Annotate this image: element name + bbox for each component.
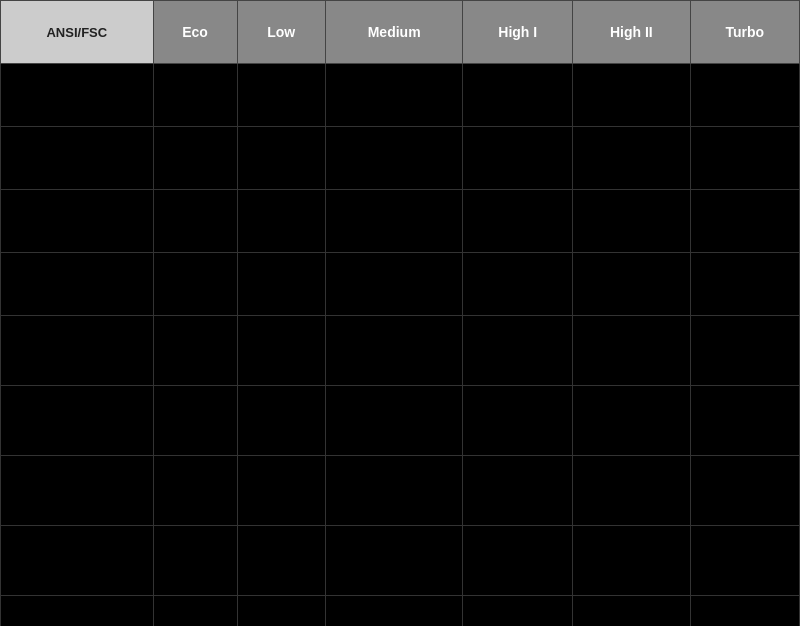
cell (237, 526, 325, 596)
cell (463, 316, 573, 386)
cell (690, 253, 799, 316)
cell (1, 596, 154, 627)
cell (463, 526, 573, 596)
cell (1, 64, 154, 127)
cell (463, 596, 573, 627)
cell (237, 316, 325, 386)
cell (325, 190, 462, 253)
cell (237, 127, 325, 190)
table-row (1, 316, 800, 386)
cell (573, 64, 690, 127)
cell (573, 526, 690, 596)
cell (153, 190, 237, 253)
cell (690, 386, 799, 456)
cell (1, 316, 154, 386)
table-container: ANSI/FSC Eco Low Medium High I High II T… (0, 0, 800, 626)
cell (1, 456, 154, 526)
table-row (1, 253, 800, 316)
cell (153, 64, 237, 127)
col-header-eco: Eco (153, 1, 237, 64)
cell (325, 456, 462, 526)
cell (325, 253, 462, 316)
cell (237, 253, 325, 316)
cell (690, 456, 799, 526)
col-header-high-i: High I (463, 1, 573, 64)
col-header-turbo: Turbo (690, 1, 799, 64)
header-row: ANSI/FSC Eco Low Medium High I High II T… (1, 1, 800, 64)
cell (463, 64, 573, 127)
cell (463, 456, 573, 526)
table-row (1, 386, 800, 456)
table-row (1, 596, 800, 627)
cell (573, 316, 690, 386)
cell (1, 253, 154, 316)
cell (690, 127, 799, 190)
cell (325, 596, 462, 627)
col-header-ansi-fsc: ANSI/FSC (1, 1, 154, 64)
cell (573, 456, 690, 526)
cell (690, 596, 799, 627)
cell (463, 253, 573, 316)
cell (463, 127, 573, 190)
ansi-fsc-table: ANSI/FSC Eco Low Medium High I High II T… (0, 0, 800, 626)
col-header-medium: Medium (325, 1, 462, 64)
cell (325, 127, 462, 190)
cell (573, 386, 690, 456)
cell (325, 316, 462, 386)
table-row (1, 526, 800, 596)
cell (237, 190, 325, 253)
col-header-low: Low (237, 1, 325, 64)
cell (237, 596, 325, 627)
cell (237, 456, 325, 526)
cell (690, 526, 799, 596)
cell (153, 596, 237, 627)
cell (690, 190, 799, 253)
cell (690, 316, 799, 386)
cell (153, 526, 237, 596)
cell (573, 127, 690, 190)
cell (153, 316, 237, 386)
cell (153, 127, 237, 190)
cell (573, 253, 690, 316)
cell (463, 386, 573, 456)
cell (1, 386, 154, 456)
table-row (1, 456, 800, 526)
cell (690, 64, 799, 127)
cell (325, 386, 462, 456)
cell (153, 253, 237, 316)
table-row (1, 64, 800, 127)
cell (325, 64, 462, 127)
table-row (1, 127, 800, 190)
table-row (1, 190, 800, 253)
cell (325, 526, 462, 596)
cell (463, 190, 573, 253)
cell (573, 596, 690, 627)
cell (1, 127, 154, 190)
cell (153, 456, 237, 526)
cell (1, 526, 154, 596)
col-header-high-ii: High II (573, 1, 690, 64)
cell (237, 386, 325, 456)
cell (153, 386, 237, 456)
cell (1, 190, 154, 253)
cell (237, 64, 325, 127)
cell (573, 190, 690, 253)
